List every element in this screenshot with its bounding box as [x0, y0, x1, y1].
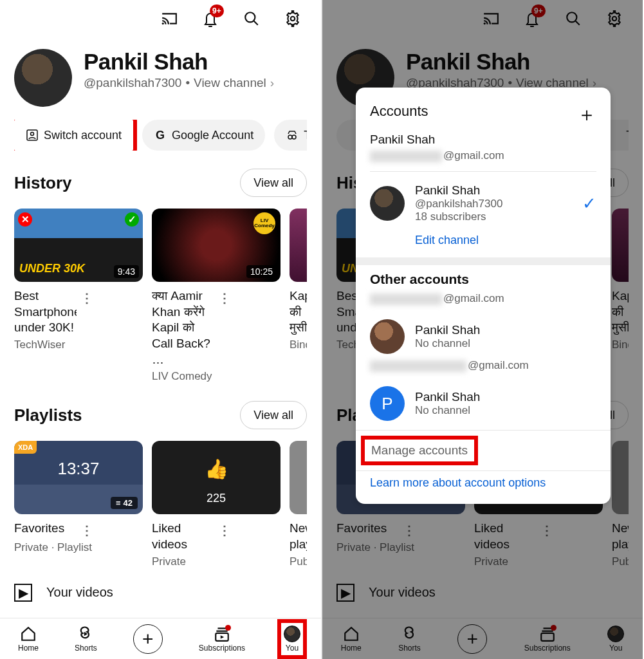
- subscriptions-icon: [214, 626, 230, 642]
- more-icon[interactable]: ⋮: [77, 288, 143, 336]
- liv-comedy-badge: LIVComedy: [253, 212, 275, 234]
- home-icon: [20, 626, 37, 642]
- bottom-bar: Home Shorts + Subscriptions You: [0, 618, 321, 659]
- profile-subtitle[interactable]: @pankilshah7300 • View channel ›: [84, 76, 274, 90]
- tab-home[interactable]: Home: [18, 626, 39, 653]
- notifications-icon[interactable]: 9+: [201, 10, 219, 28]
- thumbs-up-icon: 👍: [205, 458, 228, 480]
- avatar: [370, 186, 405, 221]
- avatar-mini-icon: [284, 626, 300, 642]
- playlists-header: Playlists View all: [14, 401, 307, 429]
- chevron-right-icon: ›: [270, 76, 274, 90]
- phone-left: 9+ Pankil Shah @pankilshah7300 • View ch…: [0, 0, 321, 659]
- check-icon: ✓: [582, 194, 596, 214]
- playlist-count: ≡ 42: [111, 497, 138, 509]
- edit-channel-link[interactable]: Edit channel: [415, 234, 611, 247]
- playlist-thumbnail[interactable]: XDA 13:37 ≡ 42: [14, 441, 143, 514]
- other-account-row[interactable]: Pankil ShahNo channel: [356, 314, 611, 359]
- chips-row: Switch account G Google Account Turn on …: [14, 120, 307, 151]
- history-item-peek[interactable]: Kapil की मुसीबत BindassKavya: [290, 209, 307, 383]
- history-title: History: [14, 173, 72, 193]
- search-icon[interactable]: [243, 10, 261, 28]
- switch-account-icon: [26, 129, 39, 142]
- accounts-modal: ＋ Accounts Pankil Shah @gmail.com Pankil…: [356, 88, 611, 504]
- badge-check-icon: ✓: [125, 212, 139, 227]
- playlists-title: Playlists: [14, 405, 82, 425]
- badge-x-icon: ✕: [18, 212, 32, 227]
- profile-header[interactable]: Pankil Shah @pankilshah7300 • View chann…: [14, 49, 307, 107]
- svg-point-4: [31, 133, 34, 136]
- more-icon[interactable]: ⋮: [77, 521, 143, 539]
- svg-point-0: [162, 23, 164, 24]
- google-account-chip[interactable]: G Google Account: [142, 120, 265, 151]
- profile-name: Pankil Shah: [84, 49, 274, 75]
- history-viewall[interactable]: View all: [240, 169, 307, 197]
- google-icon: G: [154, 129, 167, 142]
- incognito-icon: [286, 129, 299, 142]
- history-header: History View all: [14, 169, 307, 197]
- other-account-email-1: @gmail.com: [370, 292, 596, 305]
- tab-subscriptions[interactable]: Subscriptions: [199, 626, 245, 653]
- tab-create[interactable]: +: [133, 624, 163, 654]
- history-cards[interactable]: ✕ ✓ 9:43 Best Smartphone under 30K!⋮ Tec…: [14, 209, 307, 383]
- active-channel-row[interactable]: Pankil Shah @pankilshah7300 18 subscribe…: [356, 178, 611, 228]
- tab-shorts[interactable]: Shorts: [75, 626, 97, 653]
- avatar-letter: P: [370, 386, 405, 421]
- more-icon[interactable]: ⋮: [214, 521, 281, 552]
- shorts-icon: [77, 626, 94, 642]
- top-bar: 9+: [0, 0, 321, 37]
- other-account-email-2: @gmail.com: [370, 359, 596, 372]
- playlist-item[interactable]: 👍 225 Liked videos⋮ Private: [152, 441, 281, 568]
- avatar: [14, 49, 72, 107]
- playlists-cards[interactable]: XDA 13:37 ≡ 42 Favorites⋮ Private · Play…: [14, 441, 307, 568]
- playlist-thumbnail[interactable]: [290, 441, 307, 514]
- learn-more-link[interactable]: Learn more about account options: [370, 476, 596, 490]
- playlist-item[interactable]: XDA 13:37 ≡ 42 Favorites⋮ Private · Play…: [14, 441, 143, 568]
- other-accounts-title: Other accounts: [370, 272, 596, 287]
- manage-accounts-link[interactable]: Manage accounts: [365, 440, 474, 461]
- avatar: [370, 319, 405, 354]
- current-account-name: Pankil Shah: [370, 133, 596, 147]
- current-account-email: @gmail.com: [370, 149, 596, 162]
- playlist-thumbnail[interactable]: 👍 225: [152, 441, 281, 514]
- notifications-badge: 9+: [210, 5, 224, 17]
- svg-point-1: [245, 12, 255, 22]
- history-item[interactable]: ✕ ✓ 9:43 Best Smartphone under 30K!⋮ Tec…: [14, 209, 143, 383]
- your-videos-row[interactable]: ▶ Your videos: [14, 584, 307, 602]
- xda-badge: XDA: [14, 441, 37, 454]
- more-icon[interactable]: ⋮: [214, 288, 281, 367]
- other-account-row[interactable]: P Pankil ShahNo channel: [356, 381, 611, 426]
- playlist-item-peek[interactable]: New playlist Public: [290, 441, 307, 568]
- playlists-viewall[interactable]: View all: [240, 401, 307, 429]
- add-account-icon[interactable]: ＋: [577, 102, 596, 128]
- new-dot: [225, 625, 231, 631]
- tab-you[interactable]: You: [281, 623, 303, 655]
- svg-point-2: [291, 17, 295, 21]
- svg-point-6: [292, 135, 296, 139]
- cast-icon[interactable]: [160, 10, 178, 28]
- plus-icon: +: [133, 624, 163, 654]
- accounts-title: Accounts: [370, 103, 596, 120]
- svg-point-5: [288, 135, 292, 139]
- video-thumbnail[interactable]: 10:25 LIVComedy: [152, 209, 281, 282]
- phone-right: 9+ Pankil Shah @pankilshah7300• View cha…: [321, 0, 643, 659]
- settings-icon[interactable]: [284, 10, 302, 28]
- switch-account-chip[interactable]: Switch account: [14, 120, 133, 151]
- video-thumbnail[interactable]: [290, 209, 307, 282]
- history-item[interactable]: 10:25 LIVComedy क्या Aamir Khan करेंगे K…: [152, 209, 281, 383]
- play-square-icon: ▶: [14, 584, 32, 602]
- video-thumbnail[interactable]: ✕ ✓ 9:43: [14, 209, 143, 282]
- incognito-chip[interactable]: Turn on Incognito: [274, 120, 307, 151]
